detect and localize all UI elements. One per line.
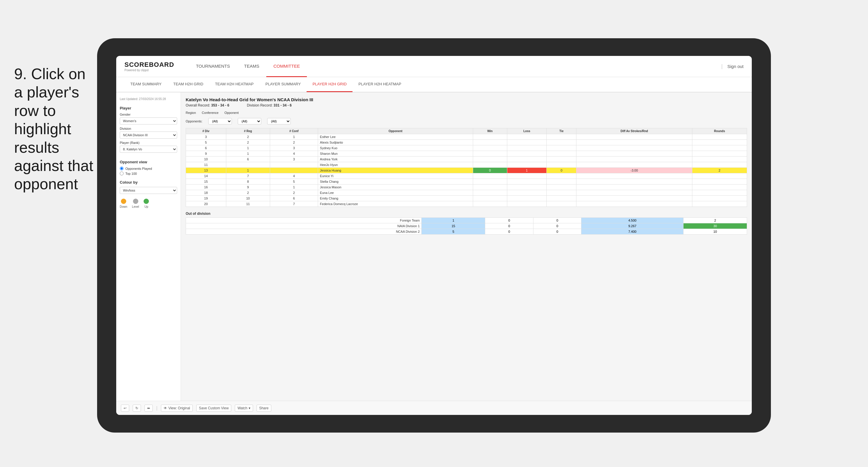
colour-legend: Down Level Up — [120, 199, 177, 208]
grid-title: Katelyn Vo Head-to-Head Grid for Women's… — [186, 97, 747, 102]
step-number: 9. — [14, 65, 27, 83]
col-conf: # Conf — [270, 128, 318, 134]
grid-header: Katelyn Vo Head-to-Head Grid for Women's… — [186, 97, 747, 107]
opponent-view-radio-group: Opponents Played Top 100 — [120, 166, 177, 176]
back-button[interactable]: ⬅ — [145, 405, 153, 412]
player-rank-label: Player (Rank) — [120, 141, 177, 145]
opponents-filter-row: Opponents: (All) (All) (All) — [186, 118, 747, 124]
conference-filter-group: Conference — [202, 111, 219, 115]
toolbar-sep1: | — [156, 405, 157, 411]
toolbar: ↩ ↻ ⬅ | 👁 View: Original Save Custom Vie… — [116, 401, 752, 415]
opponent-filter-group: Opponent — [224, 111, 239, 115]
colour-by-title: Colour by — [120, 180, 177, 185]
conference-select[interactable]: (All) — [238, 118, 261, 124]
table-row[interactable]: 19106 Emily Chang — [186, 196, 747, 201]
region-filter-group: Region — [186, 111, 196, 115]
instruction-text: 9. Click on a player's row to highlight … — [14, 65, 96, 193]
opponent-filter-label: Opponent — [224, 111, 239, 115]
last-updated: Last Updated: 27/03/2024 16:55:28 — [120, 97, 177, 101]
sub-nav-team-h2h-grid[interactable]: TEAM H2H GRID — [167, 77, 209, 92]
opponent-view-title: Opponent view — [120, 160, 177, 164]
down-dot — [121, 199, 126, 204]
gender-label: Gender — [120, 113, 177, 116]
share-button[interactable]: Share — [256, 405, 271, 412]
division-record: Division Record: 331 - 34 - 6 — [247, 103, 291, 107]
region-label: Region — [186, 111, 196, 115]
out-table-row[interactable]: NCAA Division 2 5 0 0 7.400 10 — [186, 229, 747, 235]
view-icon: 👁 — [164, 406, 167, 410]
table-row[interactable]: 11 HeeJo Hyun — [186, 162, 747, 168]
nav-bar: SCOREBOARD Powered by clippd TOURNAMENTS… — [116, 56, 752, 77]
table-row[interactable]: 1691 Jessica Mason — [186, 185, 747, 190]
tablet-frame: SCOREBOARD Powered by clippd TOURNAMENTS… — [97, 38, 771, 433]
out-of-division-table: Foreign Team 1 0 0 4.500 2 NAIA Division… — [186, 217, 747, 235]
out-of-division-label: Out of division — [186, 212, 747, 216]
down-label: Down — [120, 205, 127, 208]
colour-by-dropdown[interactable]: Win/loss — [120, 187, 177, 194]
grid-records: Overall Record: 353 - 34 - 6 Division Re… — [186, 103, 747, 107]
save-custom-view-button[interactable]: Save Custom View — [196, 405, 231, 412]
sub-nav-team-summary[interactable]: TEAM SUMMARY — [124, 77, 167, 92]
colour-down: Down — [120, 199, 127, 208]
table-row[interactable]: 1585 Stella Chang — [186, 179, 747, 185]
logo: SCOREBOARD Powered by clippd — [124, 61, 174, 72]
grid-content: Katelyn Vo Head-to-Head Grid for Women's… — [181, 92, 752, 401]
sub-nav: TEAM SUMMARY TEAM H2H GRID TEAM H2H HEAT… — [116, 77, 752, 92]
out-table-row[interactable]: Foreign Team 1 0 0 4.500 2 — [186, 218, 747, 223]
col-reg: # Reg — [226, 128, 270, 134]
table-row[interactable]: 321 Esther Lee — [186, 134, 747, 140]
main-content: Last Updated: 27/03/2024 16:55:28 Player… — [116, 92, 752, 401]
table-header-row: # Div # Reg # Conf Opponent Win Loss Tie… — [186, 128, 747, 134]
table-row[interactable]: 20117 Federica Domecq Lacroze — [186, 201, 747, 207]
division-label: Division — [120, 127, 177, 130]
col-div: # Div — [186, 128, 226, 134]
sub-nav-player-h2h-heatmap[interactable]: PLAYER H2H HEATMAP — [352, 77, 407, 92]
sub-nav-player-summary[interactable]: PLAYER SUMMARY — [259, 77, 307, 92]
table-row[interactable]: 522 Alexis Sudjianto — [186, 140, 747, 145]
nav-item-tournaments[interactable]: TOURNAMENTS — [189, 56, 237, 77]
undo-button[interactable]: ↩ — [121, 405, 129, 412]
nav-right: | Sign out — [721, 63, 744, 69]
table-row[interactable]: 1822 Euna Lee — [186, 190, 747, 196]
table-row[interactable]: 914 Sharon Mun — [186, 151, 747, 157]
overall-record: Overall Record: 353 - 34 - 6 — [186, 103, 229, 107]
logo-title: SCOREBOARD — [124, 61, 174, 68]
radio-opponents-played[interactable]: Opponents Played — [120, 166, 177, 170]
nav-item-committee[interactable]: COMMITTEE — [266, 56, 307, 77]
highlighted-table-row[interactable]: 13 1 Jessica Huang 0 1 0 -3.00 2 — [186, 168, 747, 173]
nav-item-teams[interactable]: TEAMS — [237, 56, 266, 77]
sub-nav-player-h2h-grid[interactable]: PLAYER H2H GRID — [307, 77, 352, 92]
opponents-label-group: Opponents: — [186, 120, 203, 123]
nav-items: TOURNAMENTS TEAMS COMMITTEE — [189, 56, 721, 77]
redo-button[interactable]: ↻ — [133, 405, 141, 412]
colour-up: Up — [144, 199, 149, 208]
colour-level: Level — [132, 199, 139, 208]
chevron-down-icon: ▾ — [249, 406, 250, 410]
gender-dropdown[interactable]: Women's — [120, 117, 177, 124]
up-dot — [144, 199, 149, 204]
out-of-division-section: Out of division Foreign Team 1 0 0 4.500… — [186, 212, 747, 235]
watch-button[interactable]: Watch ▾ — [235, 405, 253, 412]
logo-subtitle: Powered by clippd — [124, 68, 174, 72]
division-dropdown[interactable]: NCAA Division III — [120, 131, 177, 138]
col-tie: Tie — [547, 128, 577, 134]
sign-out-button[interactable]: Sign out — [727, 64, 744, 69]
conference-label: Conference — [202, 111, 219, 115]
table-row[interactable]: 1474 Eunice Yi — [186, 173, 747, 179]
radio-top100[interactable]: Top 100 — [120, 172, 177, 176]
player-rank-dropdown[interactable]: 8. Katelyn Vo — [120, 146, 177, 153]
tablet-screen: SCOREBOARD Powered by clippd TOURNAMENTS… — [116, 56, 752, 415]
h2h-table: # Div # Reg # Conf Opponent Win Loss Tie… — [186, 128, 747, 207]
col-diff: Diff Av Strokes/Rnd — [577, 128, 692, 134]
sub-nav-team-h2h-heatmap[interactable]: TEAM H2H HEATMAP — [209, 77, 259, 92]
nav-separator: | — [721, 63, 723, 69]
region-select[interactable]: (All) — [208, 118, 232, 124]
table-row[interactable]: 613 Sydney Kuo — [186, 145, 747, 151]
table-row[interactable]: 1063 Andrea York — [186, 157, 747, 162]
out-table-row[interactable]: NAIA Division 1 15 0 0 9.267 30 — [186, 223, 747, 229]
col-win: Win — [473, 128, 507, 134]
level-label: Level — [132, 205, 139, 208]
opponent-select[interactable]: (All) — [267, 118, 291, 124]
sidebar: Last Updated: 27/03/2024 16:55:28 Player… — [116, 92, 181, 401]
view-original-button[interactable]: 👁 View: Original — [161, 405, 193, 412]
